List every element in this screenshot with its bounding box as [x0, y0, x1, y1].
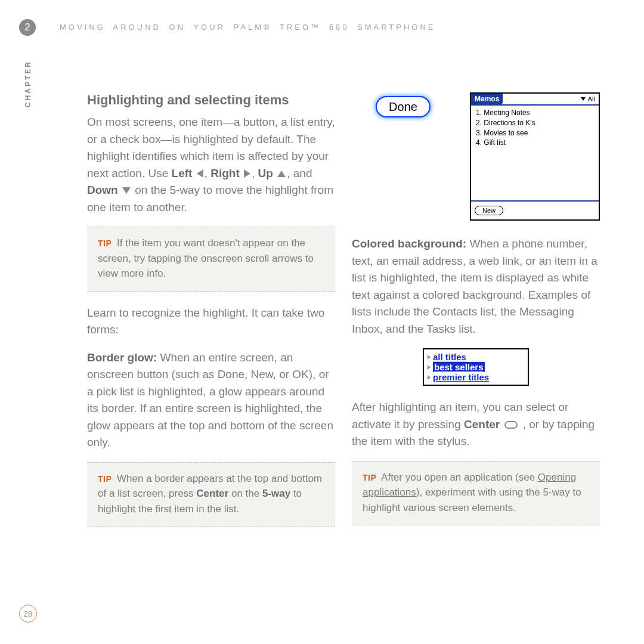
new-button[interactable]: New	[475, 206, 503, 215]
page-number: 28	[19, 605, 37, 623]
list-item[interactable]: best sellers	[428, 362, 524, 372]
after-highlight-paragraph: After highlighting an item, you can sele…	[352, 399, 600, 450]
intro-paragraph: On most screens, one item—a button, a li…	[87, 114, 335, 216]
tip-box-center-5way: TIP When a border appears at the top and…	[87, 462, 335, 527]
memos-screenshot: Memos All 1. Meeting Notes 2. Directions…	[470, 92, 600, 221]
left-arrow-icon	[197, 169, 203, 178]
down-arrow-icon	[122, 187, 131, 194]
running-header: MOVING AROUND ON YOUR PALM® TREO™ 680 SM…	[60, 23, 436, 32]
list-item[interactable]: 2. Directions to K's	[476, 118, 594, 128]
list-item[interactable]: premier titles	[428, 372, 524, 382]
memos-title: Memos	[471, 94, 503, 104]
kw-left: Left	[172, 167, 193, 179]
border-glow-paragraph: Border glow: When an entire screen, an o…	[87, 349, 335, 451]
done-button-example: Done	[376, 96, 431, 117]
up-arrow-icon	[277, 171, 286, 177]
caret-icon	[428, 355, 431, 360]
tip3-t1: After you open an application (see	[381, 472, 538, 483]
tip2-t2: on the	[228, 488, 262, 499]
tip2-b2: 5-way	[262, 488, 290, 499]
learn-paragraph: Learn to recognize the highlight. It can…	[87, 305, 335, 339]
section-heading: Highlighting and selecting items	[87, 92, 335, 108]
tip-label: TIP	[363, 473, 376, 482]
kw-down: Down	[87, 184, 118, 196]
done-button[interactable]: Done	[376, 96, 431, 117]
caret-icon	[428, 375, 431, 380]
list-item[interactable]: all titles	[428, 352, 524, 362]
tip-box-open-app: TIP After you open an application (see O…	[352, 461, 600, 526]
memos-filter-label: All	[588, 95, 595, 103]
border-glow-title: Border glow:	[87, 351, 157, 364]
memos-filter-dropdown[interactable]: All	[577, 94, 599, 104]
linklist-example: all titles best sellers premier titles	[423, 348, 529, 386]
tip-text: If the item you want doesn't appear on t…	[98, 237, 314, 279]
colored-bg-title: Colored background:	[352, 237, 466, 250]
colored-bg-text: When a phone number, text, an email addr…	[352, 237, 597, 335]
list-item[interactable]: 1. Meeting Notes	[476, 108, 594, 118]
center-button-icon	[504, 421, 518, 429]
tip-label: TIP	[98, 474, 112, 484]
tip-label: TIP	[98, 239, 112, 248]
tip2-b1: Center	[196, 488, 228, 499]
list-item[interactable]: 3. Movies to see	[476, 128, 594, 138]
colored-bg-paragraph: Colored background: When a phone number,…	[352, 236, 600, 338]
after-b1: Center	[464, 418, 500, 431]
chapter-number-badge: 2	[19, 19, 36, 36]
tip-box-scroll-arrows: TIP If the item you want doesn't appear …	[87, 227, 335, 292]
chapter-label: CHAPTER	[24, 60, 32, 107]
link-all-titles[interactable]: all titles	[433, 352, 466, 362]
kw-up: Up	[258, 167, 273, 179]
memos-list: 1. Meeting Notes 2. Directions to K's 3.…	[471, 106, 599, 150]
link-premier-titles[interactable]: premier titles	[433, 372, 489, 382]
list-item[interactable]: 4. Gift list	[476, 138, 594, 148]
right-arrow-icon	[244, 169, 250, 178]
caret-icon	[428, 365, 431, 370]
border-glow-text: When an entire screen, an onscreen butto…	[87, 351, 333, 449]
dropdown-icon	[581, 97, 586, 101]
kw-right: Right	[210, 167, 240, 179]
link-best-sellers[interactable]: best sellers	[433, 362, 485, 372]
